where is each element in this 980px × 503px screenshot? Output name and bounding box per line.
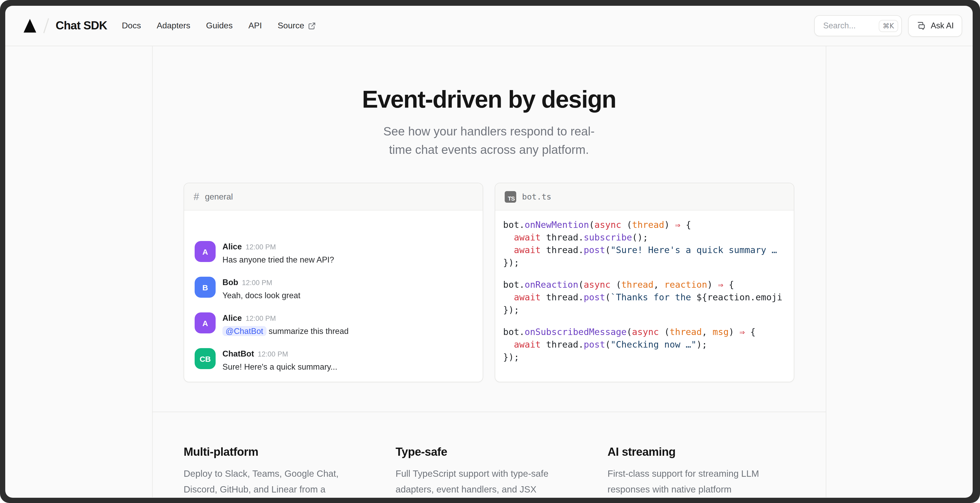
hero-section: Event-driven by design See how your hand… xyxy=(184,46,794,159)
subtitle-line: time chat events across any platform. xyxy=(184,141,794,159)
logo-triangle-icon[interactable] xyxy=(23,19,37,32)
avatar: CB xyxy=(195,348,216,369)
message-text: Yeah, docs look great xyxy=(223,290,300,301)
code-line: bot.onSubscribedMessage(async (thread, m… xyxy=(503,326,794,338)
nav-link[interactable]: API xyxy=(248,21,262,30)
code-line: await thread.post("Checking now …"); xyxy=(503,338,794,351)
feature-card: Type-safe Full TypeScript support with t… xyxy=(396,445,582,497)
brand-title: Chat SDK xyxy=(56,19,107,32)
message-author: ChatBot xyxy=(223,349,254,358)
nav-link[interactable]: Docs xyxy=(122,21,141,30)
page-subtitle: See how your handlers respond to real-ti… xyxy=(184,122,794,159)
message-content: Bob12:00 PM Yeah, docs look great xyxy=(223,277,300,301)
message-content: Alice12:00 PM Has anyone tried the new A… xyxy=(223,241,334,265)
channel-name: general xyxy=(205,192,233,201)
nav-link-label: Adapters xyxy=(157,21,190,30)
search-shortcut-badge: ⌘K xyxy=(878,20,898,32)
app-card: Chat SDK Docs Adapters Guides API Source… xyxy=(5,6,973,498)
feature-description: Deploy to Slack, Teams, Google Chat, Dis… xyxy=(184,466,371,497)
feature-card: Multi-platform Deploy to Slack, Teams, G… xyxy=(184,445,371,497)
message-row: A Alice12:00 PM Has anyone tried the new… xyxy=(195,241,472,265)
nav-link-label: Docs xyxy=(122,21,141,30)
nav-link[interactable]: Source xyxy=(278,21,316,30)
search-input[interactable] xyxy=(822,21,874,31)
code-line: await thread.subscribe(); xyxy=(503,231,794,244)
message-text: Has anyone tried the new API? xyxy=(223,254,334,265)
main-column: Event-driven by design See how your hand… xyxy=(152,46,826,497)
chat-panel: # general A Alice12:00 PM Has anyone tri… xyxy=(184,183,483,382)
avatar: A xyxy=(195,312,216,334)
code-panel: TS bot.ts bot.onNewMention(async (thread… xyxy=(495,183,794,382)
search-box[interactable]: ⌘K xyxy=(814,15,902,36)
code-line: }); xyxy=(503,351,794,363)
features-section: Multi-platform Deploy to Slack, Teams, G… xyxy=(153,412,826,497)
nav-link[interactable]: Guides xyxy=(206,21,233,30)
features-grid: Multi-platform Deploy to Slack, Teams, G… xyxy=(184,412,794,497)
code-line: bot.onReaction(async (thread, reaction) … xyxy=(503,278,794,291)
nav-link[interactable]: Adapters xyxy=(157,21,190,30)
message-time: 12:00 PM xyxy=(245,315,276,323)
code-line: }); xyxy=(503,303,794,316)
message-time: 12:00 PM xyxy=(245,243,276,251)
message-text: @ChatBot summarize this thread xyxy=(223,326,348,337)
code-line: }); xyxy=(503,256,794,269)
page-title: Event-driven by design xyxy=(184,85,794,113)
feature-title: Type-safe xyxy=(396,445,582,460)
typescript-badge-icon: TS xyxy=(505,191,516,203)
feature-title: Multi-platform xyxy=(184,445,371,460)
chat-panel-header: # general xyxy=(184,183,483,211)
ask-ai-label: Ask AI xyxy=(931,21,954,30)
code-line: await thread.post(`Thanks for the ${reac… xyxy=(503,291,794,303)
mention-chip: @ChatBot xyxy=(223,326,267,336)
nav-link-label: API xyxy=(248,21,262,30)
topbar: Chat SDK Docs Adapters Guides API Source… xyxy=(5,6,973,46)
chat-bubbles-icon xyxy=(916,21,926,30)
message-time: 12:00 PM xyxy=(242,279,272,287)
subtitle-line: See how your handlers respond to real- xyxy=(184,122,794,141)
feature-title: AI streaming xyxy=(608,445,794,460)
feature-description: Full TypeScript support with type-safe a… xyxy=(396,466,582,497)
channel-hash-icon: # xyxy=(194,191,199,203)
code-line: await thread.post("Sure! Here's a quick … xyxy=(503,244,794,256)
message-author: Alice xyxy=(223,313,242,323)
window-frame: { "window": { "frame_color": "#2d2d2d", … xyxy=(0,0,980,503)
message-author: Alice xyxy=(223,242,242,251)
brand-separator xyxy=(43,18,49,34)
avatar: A xyxy=(195,241,216,262)
feature-card: AI streaming First-class support for str… xyxy=(608,445,794,497)
message-row: CB ChatBot12:00 PM Sure! Here's a quick … xyxy=(195,348,472,372)
message-row: B Bob12:00 PM Yeah, docs look great xyxy=(195,277,472,301)
code-line: bot.onNewMention(async (thread) ⇒ { xyxy=(503,219,794,231)
message-text: Sure! Here's a quick summary... xyxy=(223,361,337,372)
message-time: 12:00 PM xyxy=(258,350,288,358)
message-list: A Alice12:00 PM Has anyone tried the new… xyxy=(184,211,483,382)
message-row: A Alice12:00 PM @ChatBot summarize this … xyxy=(195,312,472,337)
ask-ai-button[interactable]: Ask AI xyxy=(908,15,962,37)
message-content: ChatBot12:00 PM Sure! Here's a quick sum… xyxy=(223,348,337,372)
code-editor: bot.onNewMention(async (thread) ⇒ { awai… xyxy=(495,211,794,382)
avatar: B xyxy=(195,277,216,298)
feature-description: First-class support for streaming LLM re… xyxy=(608,466,794,497)
nav-links: Docs Adapters Guides API Source xyxy=(122,21,316,30)
code-panel-header: TS bot.ts xyxy=(495,183,794,211)
nav-link-label: Guides xyxy=(206,21,233,30)
external-link-icon xyxy=(308,22,316,30)
message-author: Bob xyxy=(223,278,238,287)
nav-link-label: Source xyxy=(278,21,304,30)
code-filename: bot.ts xyxy=(522,192,551,201)
message-content: Alice12:00 PM @ChatBot summarize this th… xyxy=(223,312,348,337)
